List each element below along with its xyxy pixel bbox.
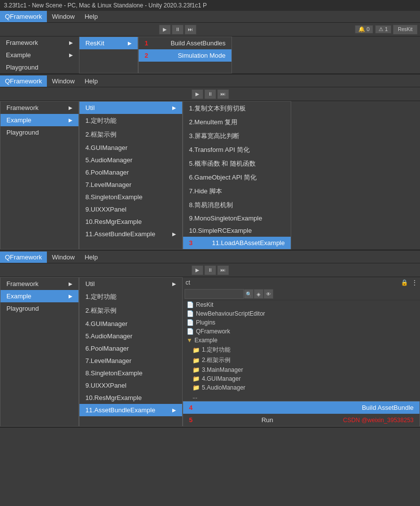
s2-mid-5[interactable]: 6.PoolManager bbox=[79, 166, 182, 179]
inspector-search[interactable] bbox=[185, 289, 244, 299]
s2-mid-10[interactable]: 11.AssetBundleExample ▶ bbox=[79, 228, 182, 240]
annotation-1: 1 bbox=[145, 39, 148, 47]
s2-mid-1[interactable]: 1.定时功能 bbox=[79, 114, 182, 128]
s3-step-button[interactable]: ⏭ bbox=[217, 265, 229, 275]
play-button[interactable]: ▶ bbox=[159, 25, 171, 35]
section3-toolbar: ▶ ⏸ ⏭ bbox=[0, 263, 420, 277]
folder-main[interactable]: 📁 3.MainManager bbox=[183, 365, 420, 374]
s3-framework-item[interactable]: Framework ▶ bbox=[0, 278, 78, 290]
s3-playground-item[interactable]: Playground bbox=[0, 302, 78, 315]
s3-mid-5[interactable]: 6.PoolManager bbox=[79, 342, 182, 355]
s2-right-4[interactable]: 4.Transform API 简化 bbox=[183, 143, 291, 157]
s3-mid-7[interactable]: 8.SingletonExample bbox=[79, 367, 182, 379]
search-icon-btn[interactable]: 🔍 bbox=[244, 289, 254, 299]
s2-pause-button[interactable]: ⏸ bbox=[204, 89, 216, 99]
filter-icon-btn[interactable]: ◈ bbox=[254, 289, 264, 299]
file-newbehaviour[interactable]: 📄 NewBehaviourScriptEditor bbox=[183, 309, 420, 318]
s2-mid-9[interactable]: 10.ResMgrExample bbox=[79, 216, 182, 228]
s2-right-1[interactable]: 1.复制文本到剪切板 bbox=[183, 102, 291, 115]
section1-reskit-col: ResKit ▶ bbox=[79, 36, 138, 73]
s2-framework-item[interactable]: Framework ▶ bbox=[0, 102, 78, 114]
s2-right-10[interactable]: 10.SimpleRCExample bbox=[183, 224, 291, 237]
section1-menu-window[interactable]: Window bbox=[47, 11, 79, 22]
s2-right-3[interactable]: 3.屏幕宽高比判断 bbox=[183, 129, 291, 143]
s3-run-item[interactable]: 5 Run CSDN @weixin_39538253 bbox=[183, 414, 420, 426]
section2-right-menu: 1.复制文本到剪切板 2.MenuItem 复用 3.屏幕宽高比判断 4.Tra… bbox=[183, 101, 291, 250]
s2-mid-7[interactable]: 8.SingletonExample bbox=[79, 191, 182, 203]
section3-main-area: Framework ▶ Example ▶ Playground Util ▶ … bbox=[0, 277, 420, 427]
file-reskit[interactable]: 📄 ResKit bbox=[183, 300, 420, 309]
section2-menu-qframework[interactable]: QFramework bbox=[0, 75, 47, 87]
s2-play-button[interactable]: ▶ bbox=[191, 89, 203, 99]
section3-mid-menu: Util ▶ 1.定时功能 2.框架示例 4.GUIManager 5.Audi… bbox=[79, 277, 183, 427]
section-2: QFramework Window Help ▶ ⏸ ⏭ Framework ▶… bbox=[0, 75, 420, 251]
s3-util-item[interactable]: Util ▶ bbox=[79, 278, 182, 290]
section3-menu-window[interactable]: Window bbox=[47, 252, 79, 263]
warning-badge: ⚠ 1 bbox=[375, 25, 391, 34]
title-text: 3.23f1c1 - New Scene - PC, Mac & Linux S… bbox=[4, 2, 207, 9]
s2-step-button[interactable]: ⏭ bbox=[217, 89, 229, 99]
watermark-text: CSDN @weixin_39538253 bbox=[343, 417, 414, 424]
folder-icon: 📁 bbox=[192, 384, 200, 391]
s3-play-button[interactable]: ▶ bbox=[191, 265, 203, 275]
section2-mid-menu: Util ▶ 1.定时功能 2.框架示例 4.GUIManager 5.Audi… bbox=[79, 101, 183, 250]
s3-example-arrow: ▶ bbox=[69, 293, 73, 299]
file-plugins[interactable]: 📄 Plugins bbox=[183, 318, 420, 327]
step-button[interactable]: ⏭ bbox=[185, 25, 196, 35]
s2-util-item[interactable]: Util ▶ bbox=[79, 102, 182, 114]
s3-pause-button[interactable]: ⏸ bbox=[204, 265, 216, 275]
section3-menu-qframework[interactable]: QFramework bbox=[0, 252, 47, 263]
s2-right-7[interactable]: 7.Hide 脚本 bbox=[183, 184, 291, 198]
s2-mid-3[interactable]: 4.GUIManager bbox=[79, 142, 182, 154]
s3-build-assetbundle[interactable]: 4 Build AssetBundle bbox=[183, 401, 420, 414]
s2-right-8[interactable]: 8.简易消息机制 bbox=[183, 198, 291, 212]
s3-mid-8[interactable]: 9.UIXXXPanel bbox=[79, 379, 182, 392]
folder-icon: 📁 bbox=[192, 357, 200, 364]
folder-gui[interactable]: 📁 4.GUIManager bbox=[183, 374, 420, 383]
s2-mid-4[interactable]: 5.AudioManager bbox=[79, 154, 182, 166]
s3-mid-9[interactable]: 10.ResMgrExample bbox=[79, 392, 182, 404]
folder-audio[interactable]: 📁 5.AudioManager bbox=[183, 383, 420, 392]
file-qframework[interactable]: 📄 QFramework bbox=[183, 327, 420, 336]
section3-right-panel: ct 🔒 ⋮ 🔍 ◈ 👁 📄 ResKit 📄 NewB bbox=[183, 277, 420, 427]
section2-menu-window[interactable]: Window bbox=[47, 75, 79, 87]
reskit-button[interactable]: ResKit bbox=[393, 25, 418, 35]
section3-sub-menu: 4 Build AssetBundle 5 Run CSDN @weixin_3… bbox=[183, 401, 420, 427]
s3-mid-2[interactable]: 2.框架示例 bbox=[79, 304, 182, 318]
s1-playground-item[interactable]: Playground bbox=[0, 61, 79, 73]
s2-right-9[interactable]: 9.MonoSingletonExample bbox=[183, 212, 291, 224]
s2-mid-8[interactable]: 9.UIXXXPanel bbox=[79, 203, 182, 216]
s1-build-assetbundles[interactable]: 1 Build AssetBundles bbox=[139, 37, 231, 49]
s3-mid-10[interactable]: 11.AssetBundleExample ▶ bbox=[79, 404, 182, 416]
s2-right-6[interactable]: 6.GameObject API 简化 bbox=[183, 171, 291, 184]
s2-playground-item[interactable]: Playground bbox=[0, 126, 78, 139]
s2-mid-6[interactable]: 7.LevelManager bbox=[79, 179, 182, 191]
s2-right-11[interactable]: 3 11.LoadABAssetExample bbox=[183, 237, 291, 249]
s3-mid-1[interactable]: 1.定时功能 bbox=[79, 290, 182, 304]
section3-menu-help[interactable]: Help bbox=[79, 252, 103, 263]
s3-mid-3[interactable]: 4.GUIManager bbox=[79, 318, 182, 330]
s2-right-5[interactable]: 5.概率函数 和 随机函数 bbox=[183, 157, 291, 171]
title-bar: 3.23f1c1 - New Scene - PC, Mac & Linux S… bbox=[0, 0, 420, 11]
s3-mid-6[interactable]: 7.LevelManager bbox=[79, 355, 182, 367]
s1-framework-item[interactable]: Framework ▶ bbox=[0, 36, 79, 49]
s2-util-arrow: ▶ bbox=[172, 105, 176, 110]
folder-kuangjia[interactable]: 📁 2.框架示例 bbox=[183, 355, 420, 365]
section1-menu-help[interactable]: Help bbox=[79, 11, 103, 22]
s3-mid-4[interactable]: 5.AudioManager bbox=[79, 330, 182, 342]
more-icon: ⋮ bbox=[411, 279, 418, 287]
eye-icon-btn[interactable]: 👁 bbox=[264, 289, 273, 299]
s2-ab-arrow: ▶ bbox=[172, 231, 176, 237]
s2-mid-2[interactable]: 2.框架示例 bbox=[79, 128, 182, 142]
pause-button[interactable]: ⏸ bbox=[172, 25, 184, 35]
folder-example[interactable]: ▼ Example bbox=[183, 336, 420, 345]
s2-right-2[interactable]: 2.MenuItem 复用 bbox=[183, 115, 291, 129]
s1-simulation-mode[interactable]: 2 Simulation Mode bbox=[139, 49, 231, 62]
s3-example-item[interactable]: Example ▶ bbox=[0, 290, 78, 302]
s2-example-item[interactable]: Example ▶ bbox=[0, 114, 78, 126]
section2-menu-help[interactable]: Help bbox=[79, 75, 103, 87]
s1-example-item[interactable]: Example ▶ bbox=[0, 49, 79, 61]
section1-menu-qframework[interactable]: QFramework bbox=[0, 11, 47, 22]
s1-reskit-item[interactable]: ResKit ▶ bbox=[79, 37, 138, 49]
folder-dingshi[interactable]: 📁 1.定时功能 bbox=[183, 345, 420, 355]
